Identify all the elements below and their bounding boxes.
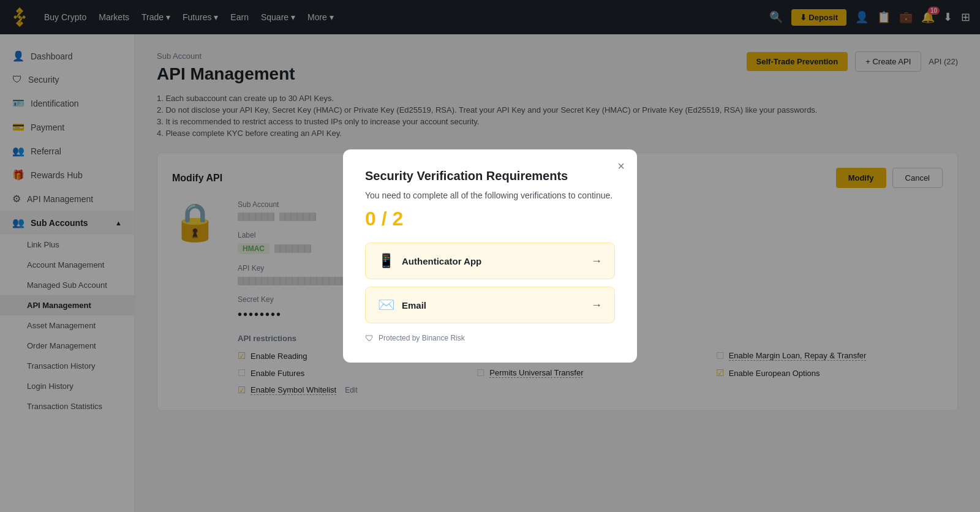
email-label: Email — [402, 300, 426, 311]
modal-close-button[interactable]: × — [617, 159, 625, 173]
modal-title: Security Verification Requirements — [365, 169, 615, 183]
modal-footer: 🛡 Protected by Binance Risk — [365, 333, 615, 343]
email-arrow-icon: → — [591, 299, 602, 312]
authenticator-icon: 📱 — [378, 253, 394, 269]
email-icon: ✉️ — [378, 297, 394, 313]
modal-footer-text: Protected by Binance Risk — [379, 334, 465, 342]
modal-overlay: × Security Verification Requirements You… — [0, 0, 980, 512]
modal-progress: 0 / 2 — [365, 208, 615, 230]
authenticator-app-option[interactable]: 📱 Authenticator App → — [365, 243, 615, 279]
modal-subtitle: You need to complete all of the followin… — [365, 190, 615, 200]
authenticator-option-left: 📱 Authenticator App — [378, 253, 481, 269]
email-option[interactable]: ✉️ Email → — [365, 287, 615, 323]
shield-icon: 🛡 — [365, 333, 374, 343]
email-option-left: ✉️ Email — [378, 297, 426, 313]
security-verification-modal: × Security Verification Requirements You… — [343, 149, 637, 363]
authenticator-label: Authenticator App — [402, 256, 481, 266]
authenticator-arrow-icon: → — [591, 255, 602, 268]
